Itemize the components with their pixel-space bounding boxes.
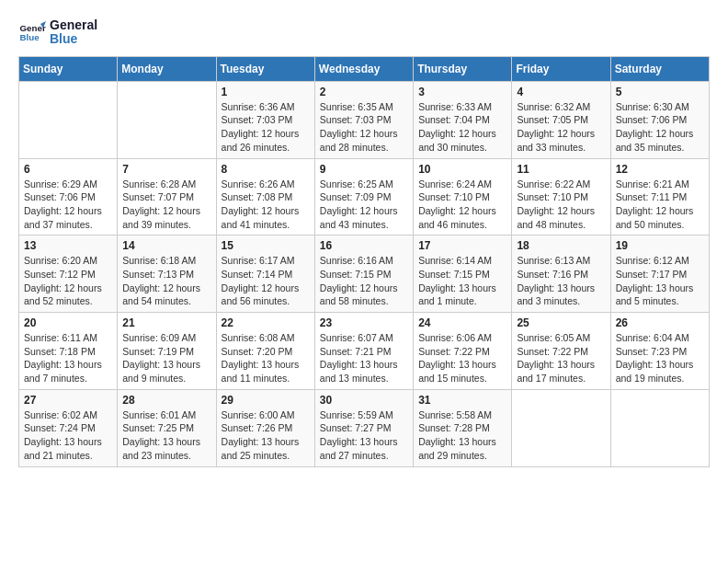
day-info: Sunrise: 6:28 AM Sunset: 7:07 PM Dayligh… bbox=[122, 178, 210, 232]
day-info: Sunrise: 6:16 AM Sunset: 7:15 PM Dayligh… bbox=[320, 254, 408, 308]
day-number: 18 bbox=[517, 239, 605, 252]
day-info: Sunrise: 6:14 AM Sunset: 7:15 PM Dayligh… bbox=[418, 254, 506, 308]
day-number: 2 bbox=[320, 86, 408, 98]
day-info: Sunrise: 6:07 AM Sunset: 7:21 PM Dayligh… bbox=[320, 331, 408, 385]
day-info: Sunrise: 6:35 AM Sunset: 7:03 PM Dayligh… bbox=[320, 100, 408, 155]
day-number: 28 bbox=[122, 394, 210, 407]
day-number: 23 bbox=[320, 316, 408, 329]
calendar-cell bbox=[610, 389, 709, 466]
day-number: 6 bbox=[24, 163, 112, 176]
day-info: Sunrise: 6:06 AM Sunset: 7:22 PM Dayligh… bbox=[418, 331, 506, 385]
calendar-table: SundayMondayTuesdayWednesdayThursdayFrid… bbox=[18, 56, 710, 467]
day-number: 25 bbox=[517, 316, 605, 329]
day-info: Sunrise: 6:21 AM Sunset: 7:11 PM Dayligh… bbox=[616, 178, 704, 232]
calendar-cell: 2Sunrise: 6:35 AM Sunset: 7:03 PM Daylig… bbox=[314, 81, 413, 158]
weekday-header-tuesday: Tuesday bbox=[216, 56, 314, 81]
day-number: 9 bbox=[320, 163, 408, 176]
day-number: 22 bbox=[222, 316, 310, 329]
calendar-cell: 21Sunrise: 6:09 AM Sunset: 7:19 PM Dayli… bbox=[118, 313, 216, 390]
calendar-cell: 13Sunrise: 6:20 AM Sunset: 7:12 PM Dayli… bbox=[19, 236, 118, 313]
calendar-cell: 28Sunrise: 6:01 AM Sunset: 7:25 PM Dayli… bbox=[118, 389, 216, 466]
day-number: 15 bbox=[222, 239, 310, 252]
svg-text:Blue: Blue bbox=[20, 32, 40, 42]
day-info: Sunrise: 6:01 AM Sunset: 7:25 PM Dayligh… bbox=[122, 408, 210, 463]
weekday-header-thursday: Thursday bbox=[414, 56, 512, 81]
page-header: General Blue General Blue bbox=[18, 18, 710, 47]
day-info: Sunrise: 6:11 AM Sunset: 7:18 PM Dayligh… bbox=[24, 331, 112, 385]
day-info: Sunrise: 6:25 AM Sunset: 7:09 PM Dayligh… bbox=[320, 178, 408, 232]
calendar-cell: 19Sunrise: 6:12 AM Sunset: 7:17 PM Dayli… bbox=[610, 236, 709, 313]
calendar-cell: 10Sunrise: 6:24 AM Sunset: 7:10 PM Dayli… bbox=[414, 158, 512, 236]
day-number: 24 bbox=[418, 316, 506, 329]
day-number: 12 bbox=[616, 163, 704, 176]
calendar-cell: 11Sunrise: 6:22 AM Sunset: 7:10 PM Dayli… bbox=[512, 158, 610, 236]
calendar-week-4: 20Sunrise: 6:11 AM Sunset: 7:18 PM Dayli… bbox=[19, 313, 710, 390]
day-number: 8 bbox=[222, 163, 310, 176]
calendar-cell: 7Sunrise: 6:28 AM Sunset: 7:07 PM Daylig… bbox=[118, 158, 216, 236]
day-info: Sunrise: 6:09 AM Sunset: 7:19 PM Dayligh… bbox=[122, 331, 210, 385]
weekday-header-wednesday: Wednesday bbox=[314, 56, 413, 81]
logo-text-blue: Blue bbox=[50, 32, 97, 46]
day-info: Sunrise: 6:02 AM Sunset: 7:24 PM Dayligh… bbox=[24, 408, 112, 463]
day-info: Sunrise: 6:24 AM Sunset: 7:10 PM Dayligh… bbox=[418, 178, 506, 232]
calendar-cell: 29Sunrise: 6:00 AM Sunset: 7:26 PM Dayli… bbox=[216, 389, 314, 466]
weekday-header-friday: Friday bbox=[512, 56, 610, 81]
calendar-cell: 16Sunrise: 6:16 AM Sunset: 7:15 PM Dayli… bbox=[314, 236, 413, 313]
day-info: Sunrise: 6:20 AM Sunset: 7:12 PM Dayligh… bbox=[24, 254, 112, 308]
calendar-cell: 3Sunrise: 6:33 AM Sunset: 7:04 PM Daylig… bbox=[414, 81, 512, 158]
day-info: Sunrise: 6:36 AM Sunset: 7:03 PM Dayligh… bbox=[222, 100, 310, 155]
logo: General Blue General Blue bbox=[18, 18, 97, 47]
day-number: 1 bbox=[222, 86, 310, 98]
day-number: 20 bbox=[24, 316, 112, 329]
calendar-week-5: 27Sunrise: 6:02 AM Sunset: 7:24 PM Dayli… bbox=[19, 389, 710, 466]
day-number: 4 bbox=[517, 86, 605, 98]
day-info: Sunrise: 5:59 AM Sunset: 7:27 PM Dayligh… bbox=[320, 408, 408, 463]
calendar-week-3: 13Sunrise: 6:20 AM Sunset: 7:12 PM Dayli… bbox=[19, 236, 710, 313]
calendar-cell: 20Sunrise: 6:11 AM Sunset: 7:18 PM Dayli… bbox=[19, 313, 118, 390]
day-info: Sunrise: 6:00 AM Sunset: 7:26 PM Dayligh… bbox=[222, 408, 310, 463]
day-info: Sunrise: 6:12 AM Sunset: 7:17 PM Dayligh… bbox=[616, 254, 704, 308]
day-number: 13 bbox=[24, 239, 112, 252]
day-number: 27 bbox=[24, 394, 112, 407]
day-info: Sunrise: 6:29 AM Sunset: 7:06 PM Dayligh… bbox=[24, 178, 112, 232]
calendar-cell: 18Sunrise: 6:13 AM Sunset: 7:16 PM Dayli… bbox=[512, 236, 610, 313]
day-info: Sunrise: 6:26 AM Sunset: 7:08 PM Dayligh… bbox=[222, 178, 310, 232]
day-number: 10 bbox=[418, 163, 506, 176]
day-info: Sunrise: 6:33 AM Sunset: 7:04 PM Dayligh… bbox=[418, 100, 506, 155]
calendar-cell: 25Sunrise: 6:05 AM Sunset: 7:22 PM Dayli… bbox=[512, 313, 610, 390]
day-number: 31 bbox=[418, 394, 506, 407]
day-number: 14 bbox=[122, 239, 210, 252]
calendar-cell: 5Sunrise: 6:30 AM Sunset: 7:06 PM Daylig… bbox=[610, 81, 709, 158]
calendar-cell: 22Sunrise: 6:08 AM Sunset: 7:20 PM Dayli… bbox=[216, 313, 314, 390]
calendar-cell: 26Sunrise: 6:04 AM Sunset: 7:23 PM Dayli… bbox=[610, 313, 709, 390]
day-number: 19 bbox=[616, 239, 704, 252]
day-number: 30 bbox=[320, 394, 408, 407]
day-info: Sunrise: 6:30 AM Sunset: 7:06 PM Dayligh… bbox=[616, 100, 704, 155]
day-info: Sunrise: 5:58 AM Sunset: 7:28 PM Dayligh… bbox=[418, 408, 506, 463]
calendar-cell: 23Sunrise: 6:07 AM Sunset: 7:21 PM Dayli… bbox=[314, 313, 413, 390]
logo-icon: General Blue bbox=[18, 18, 46, 46]
weekday-header-sunday: Sunday bbox=[19, 56, 118, 81]
calendar-cell bbox=[118, 81, 216, 158]
logo-text-general: General bbox=[50, 18, 97, 32]
calendar-cell: 12Sunrise: 6:21 AM Sunset: 7:11 PM Dayli… bbox=[610, 158, 709, 236]
calendar-cell: 17Sunrise: 6:14 AM Sunset: 7:15 PM Dayli… bbox=[414, 236, 512, 313]
weekday-header-saturday: Saturday bbox=[610, 56, 709, 81]
calendar-cell: 9Sunrise: 6:25 AM Sunset: 7:09 PM Daylig… bbox=[314, 158, 413, 236]
weekday-header-row: SundayMondayTuesdayWednesdayThursdayFrid… bbox=[19, 56, 710, 81]
day-info: Sunrise: 6:13 AM Sunset: 7:16 PM Dayligh… bbox=[517, 254, 605, 308]
calendar-cell: 1Sunrise: 6:36 AM Sunset: 7:03 PM Daylig… bbox=[216, 81, 314, 158]
day-number: 11 bbox=[517, 163, 605, 176]
day-number: 17 bbox=[418, 239, 506, 252]
calendar-cell bbox=[19, 81, 118, 158]
day-number: 7 bbox=[122, 163, 210, 176]
calendar-week-2: 6Sunrise: 6:29 AM Sunset: 7:06 PM Daylig… bbox=[19, 158, 710, 236]
day-number: 5 bbox=[616, 86, 704, 98]
day-info: Sunrise: 6:04 AM Sunset: 7:23 PM Dayligh… bbox=[616, 331, 704, 385]
calendar-cell: 15Sunrise: 6:17 AM Sunset: 7:14 PM Dayli… bbox=[216, 236, 314, 313]
calendar-week-1: 1Sunrise: 6:36 AM Sunset: 7:03 PM Daylig… bbox=[19, 81, 710, 158]
calendar-cell: 24Sunrise: 6:06 AM Sunset: 7:22 PM Dayli… bbox=[414, 313, 512, 390]
day-info: Sunrise: 6:05 AM Sunset: 7:22 PM Dayligh… bbox=[517, 331, 605, 385]
day-number: 16 bbox=[320, 239, 408, 252]
calendar-cell: 4Sunrise: 6:32 AM Sunset: 7:05 PM Daylig… bbox=[512, 81, 610, 158]
